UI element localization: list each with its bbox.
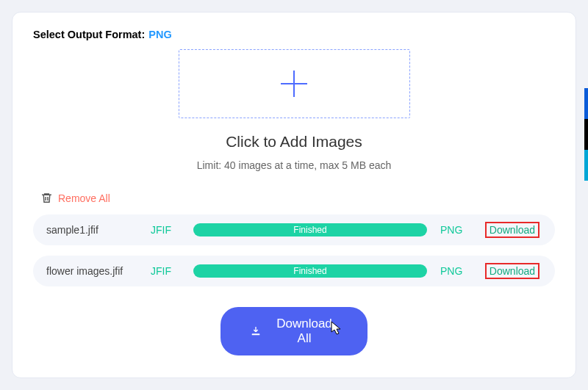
trash-icon xyxy=(40,192,53,204)
download-button[interactable]: Download xyxy=(485,263,539,279)
file-list: sample1.jfif JFIF Finished PNG Download … xyxy=(33,214,555,286)
remove-all-button[interactable]: Remove All xyxy=(40,192,110,204)
share-strip xyxy=(584,88,588,181)
download-all-button[interactable]: Download All xyxy=(220,307,368,355)
dropzone-limit: Limit: 40 images at a time, max 5 MB eac… xyxy=(33,159,555,171)
source-format: JFIF xyxy=(151,224,180,236)
progress-status: Finished xyxy=(293,225,326,235)
progress-status: Finished xyxy=(293,266,326,276)
target-format: PNG xyxy=(440,265,470,277)
download-all-label: Download All xyxy=(270,317,338,346)
download-button[interactable]: Download xyxy=(485,222,539,238)
plus-icon xyxy=(279,69,309,98)
progress-bar: Finished xyxy=(193,264,427,278)
output-format-selector[interactable]: Select Output Format: PNG xyxy=(33,29,555,40)
file-row: flower images.jfif JFIF Finished PNG Dow… xyxy=(33,256,555,286)
file-row: sample1.jfif JFIF Finished PNG Download xyxy=(33,214,555,245)
remove-all-label: Remove All xyxy=(58,192,110,204)
file-name: flower images.jfif xyxy=(46,265,137,277)
share-x[interactable] xyxy=(584,119,588,150)
target-format: PNG xyxy=(440,224,470,236)
progress-bar: Finished xyxy=(193,223,427,236)
download-icon xyxy=(250,325,262,337)
share-facebook[interactable] xyxy=(584,88,588,119)
source-format: JFIF xyxy=(151,265,180,277)
output-format-value: PNG xyxy=(148,29,171,40)
add-images-dropzone[interactable] xyxy=(179,49,410,118)
output-format-label: Select Output Format: xyxy=(33,29,145,40)
cursor-icon xyxy=(331,321,343,339)
svg-rect-0 xyxy=(252,333,260,335)
converter-panel: Select Output Format: PNG Click to Add I… xyxy=(12,12,576,378)
share-linkedin[interactable] xyxy=(584,150,588,181)
dropzone-title: Click to Add Images xyxy=(33,133,555,151)
file-name: sample1.jfif xyxy=(46,224,137,236)
